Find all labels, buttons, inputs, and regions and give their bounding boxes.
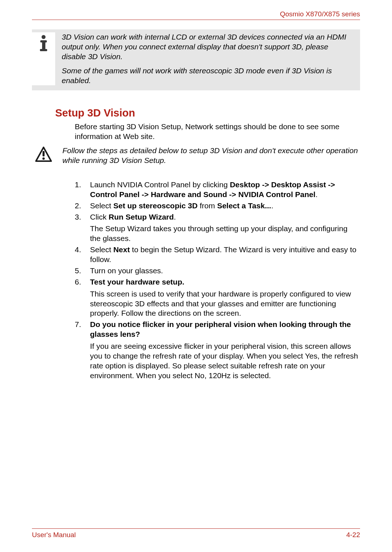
info-icon bbox=[36, 34, 51, 51]
step-2-b: Set up stereoscopic 3D bbox=[113, 201, 197, 210]
footer-left: User's Manual bbox=[32, 531, 76, 539]
page-footer: User's Manual 4-22 bbox=[32, 528, 360, 539]
step-4-b: Next bbox=[113, 245, 130, 254]
step-7-sub: If you are seeing excessive flicker in y… bbox=[90, 342, 360, 381]
step-3-c: . bbox=[174, 213, 176, 221]
step-1-a: Launch NVIDIA Control Panel by clicking bbox=[90, 180, 230, 189]
step-1: Launch NVIDIA Control Panel by clicking … bbox=[75, 180, 360, 200]
step-4-c: to begin the Setup Wizard. The Wizard is… bbox=[90, 245, 356, 263]
step-5-text: Turn on your glasses. bbox=[90, 266, 163, 275]
step-6: Test your hardware setup. This screen is… bbox=[75, 277, 360, 319]
svg-rect-5 bbox=[42, 151, 45, 156]
step-7: Do you notice flicker in your peripheral… bbox=[75, 320, 360, 380]
steps-list: Launch NVIDIA Control Panel by clicking … bbox=[75, 180, 360, 381]
svg-rect-2 bbox=[42, 40, 45, 50]
step-5: Turn on your glasses. bbox=[75, 266, 360, 276]
step-4: Select Next to begin the Setup Wizard. T… bbox=[75, 245, 360, 265]
svg-point-6 bbox=[42, 158, 45, 160]
info-icon-cell bbox=[32, 32, 55, 85]
caution-icon-cell bbox=[32, 146, 55, 162]
footer-row: User's Manual 4-22 bbox=[32, 531, 360, 539]
step-3-sub: The Setup Wizard takes you through setti… bbox=[90, 224, 360, 244]
manual-page: Qosmio X870/X875 series 3D Vision can wo… bbox=[0, 0, 392, 552]
caution-block: Follow the steps as detailed below to se… bbox=[32, 146, 360, 165]
note-para-2: Some of the games will not work with ste… bbox=[62, 66, 354, 86]
svg-rect-3 bbox=[40, 49, 47, 51]
step-1-c: . bbox=[315, 190, 318, 199]
step-2-d: Select a Task... bbox=[217, 201, 271, 210]
section-heading: Setup 3D Vision bbox=[55, 107, 360, 119]
note-text: 3D Vision can work with internal LCD or … bbox=[55, 32, 354, 85]
caution-icon bbox=[35, 147, 52, 162]
step-3-a: Click bbox=[90, 213, 109, 221]
step-3: Click Run Setup Wizard. The Setup Wizard… bbox=[75, 212, 360, 244]
svg-point-0 bbox=[42, 35, 46, 39]
step-2: Select Set up stereoscopic 3D from Selec… bbox=[75, 201, 360, 211]
caution-text: Follow the steps as detailed below to se… bbox=[55, 146, 360, 165]
step-2-a: Select bbox=[90, 201, 113, 210]
step-2-c: from bbox=[197, 201, 217, 210]
footer-right: 4-22 bbox=[346, 531, 360, 539]
header-product: Qosmio X870/X875 series bbox=[32, 10, 360, 20]
section-intro: Before starting 3D Vision Setup, Network… bbox=[75, 122, 360, 142]
step-2-e: . bbox=[271, 201, 273, 210]
step-4-a: Select bbox=[90, 245, 113, 254]
step-3-b: Run Setup Wizard bbox=[109, 213, 173, 221]
step-6-sub: This screen is used to verify that your … bbox=[90, 289, 360, 319]
header-rule bbox=[32, 20, 360, 20]
step-6-bold: Test your hardware setup. bbox=[90, 278, 184, 286]
note-para-1: 3D Vision can work with internal LCD or … bbox=[62, 32, 354, 62]
step-7-bold: Do you notice flicker in your peripheral… bbox=[90, 320, 351, 338]
note-block: 3D Vision can work with internal LCD or … bbox=[32, 29, 360, 90]
footer-rule bbox=[32, 528, 360, 529]
